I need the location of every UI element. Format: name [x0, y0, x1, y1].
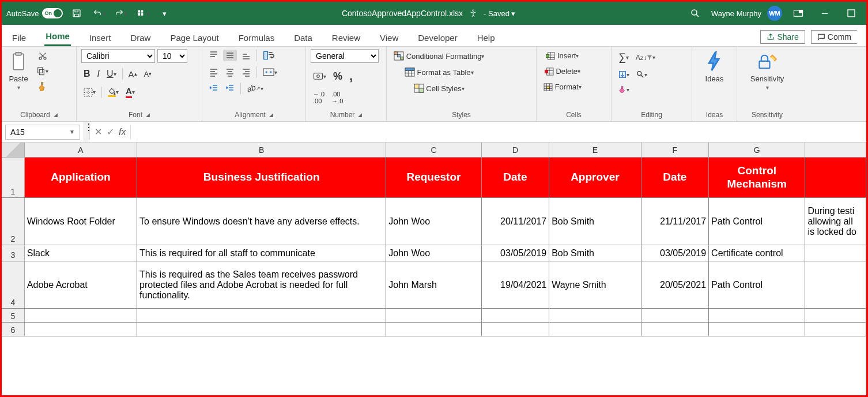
autosave-toggle[interactable]: AutoSave On	[6, 8, 63, 18]
minimize-button[interactable]: ─	[814, 5, 835, 21]
alignment-dialog-launcher[interactable]: ◢	[269, 112, 273, 118]
accessibility-icon[interactable]	[469, 9, 478, 18]
find-select-icon[interactable]	[634, 69, 650, 80]
header-date1[interactable]: Date	[482, 158, 550, 197]
format-painter-icon[interactable]	[34, 80, 51, 93]
ideas-button[interactable]: Ideas	[703, 49, 727, 84]
clear-icon[interactable]	[616, 84, 632, 95]
col-header-C[interactable]: C	[386, 143, 481, 157]
cell[interactable]	[137, 309, 386, 322]
fill-icon[interactable]	[616, 69, 632, 80]
header-date2[interactable]: Date	[641, 158, 710, 197]
tab-developer[interactable]: Developer	[417, 28, 458, 46]
undo-button[interactable]	[90, 5, 107, 21]
cell[interactable]: To ensure Windows doesn't have any adver…	[137, 198, 386, 245]
row-header-5[interactable]: 5	[2, 309, 25, 322]
col-header-B[interactable]: B	[137, 143, 386, 157]
col-header-A[interactable]: A	[25, 143, 137, 157]
tab-page-layout[interactable]: Page Layout	[169, 28, 220, 46]
save-icon[interactable]	[69, 5, 85, 21]
comma-icon[interactable]: ,	[347, 68, 355, 85]
number-format-selector[interactable]: General	[311, 49, 379, 63]
bold-button[interactable]: B	[81, 68, 93, 80]
wrap-text-icon[interactable]	[261, 49, 277, 62]
cell[interactable]	[805, 309, 866, 322]
number-dialog-launcher[interactable]: ◢	[358, 112, 362, 118]
sensitivity-button[interactable]: Sensitivity▾	[748, 49, 787, 92]
cell[interactable]: 03/05/2019	[482, 245, 550, 261]
cut-icon[interactable]	[34, 50, 51, 62]
name-box[interactable]: A15 ▼	[5, 125, 80, 140]
share-button[interactable]: Share	[760, 30, 805, 44]
decrease-font-icon[interactable]: A▾	[142, 69, 154, 80]
autosum-icon[interactable]: ∑	[616, 50, 631, 65]
header-requestor[interactable]: Requestor	[386, 158, 481, 197]
cell[interactable]	[25, 323, 137, 336]
cell[interactable]	[482, 323, 550, 336]
header-control[interactable]: Control Mechanism	[709, 158, 805, 197]
tab-formulas[interactable]: Formulas	[237, 28, 276, 46]
cell[interactable]: Certificate control	[709, 245, 805, 261]
orientation-icon[interactable]: ab↗	[244, 83, 266, 94]
cell[interactable]	[709, 323, 805, 336]
cell[interactable]	[25, 309, 137, 322]
align-center-icon[interactable]	[223, 66, 237, 78]
name-box-splitter[interactable]: ⋮	[84, 122, 89, 142]
align-left-icon[interactable]	[207, 66, 221, 78]
cell[interactable]: 20/05/2021	[641, 261, 710, 308]
delete-cells-button[interactable]: Delete	[541, 66, 584, 77]
merge-center-icon[interactable]	[261, 66, 280, 78]
cell[interactable]: Path Control	[709, 261, 805, 308]
formula-input[interactable]	[131, 125, 866, 140]
insert-cells-button[interactable]: Insert	[541, 50, 584, 61]
row-header-3[interactable]: 3	[2, 245, 25, 261]
fill-color-icon[interactable]	[105, 87, 121, 98]
cell[interactable]: 19/04/2021	[482, 261, 550, 308]
header-justification[interactable]: Business Justification	[137, 158, 386, 197]
tab-file[interactable]: File	[11, 28, 27, 46]
row-header-6[interactable]: 6	[2, 323, 25, 336]
header-approver[interactable]: Approver	[549, 158, 641, 197]
tab-draw[interactable]: Draw	[129, 28, 152, 46]
decrease-decimal-icon[interactable]: .00→.0	[329, 89, 345, 106]
row-header-4[interactable]: 4	[2, 261, 25, 308]
cell[interactable]: 20/11/2017	[482, 198, 550, 245]
cell[interactable]	[549, 323, 641, 336]
cell[interactable]: During testi allowing all is locked do	[805, 198, 866, 245]
cell-styles-button[interactable]: Cell Styles	[391, 83, 486, 94]
cell[interactable]	[386, 309, 481, 322]
copy-icon[interactable]	[34, 65, 51, 77]
font-dialog-launcher[interactable]: ◢	[146, 112, 150, 118]
cell[interactable]	[805, 261, 866, 308]
search-icon[interactable]	[685, 5, 705, 21]
paste-button[interactable]: Paste▾	[6, 49, 31, 92]
cell[interactable]	[641, 309, 710, 322]
header-extra[interactable]	[805, 158, 866, 197]
font-color-icon[interactable]: A	[123, 85, 137, 99]
cell[interactable]: Wayne Smith	[549, 261, 641, 308]
tab-insert[interactable]: Insert	[88, 28, 112, 46]
col-header-F[interactable]: F	[641, 143, 710, 157]
maximize-button[interactable]	[841, 5, 862, 21]
decrease-indent-icon[interactable]	[207, 83, 221, 94]
save-status[interactable]: - Saved ▾	[484, 9, 515, 18]
cell[interactable]	[709, 309, 805, 322]
cell[interactable]: Bob Smith	[549, 198, 641, 245]
cell[interactable]: This is required for all staff to commun…	[137, 245, 386, 261]
tab-data[interactable]: Data	[293, 28, 314, 46]
cell[interactable]	[805, 323, 866, 336]
percent-icon[interactable]: %	[331, 69, 345, 84]
redo-button[interactable]	[112, 5, 129, 21]
cell[interactable]: Bob Smith	[549, 245, 641, 261]
cell[interactable]: John Woo	[386, 198, 481, 245]
tab-home[interactable]: Home	[44, 27, 71, 46]
user-name[interactable]: Wayne Murphy	[711, 9, 761, 18]
cell[interactable]: 03/05/2019	[641, 245, 710, 261]
col-header-D[interactable]: D	[482, 143, 550, 157]
cell[interactable]	[549, 309, 641, 322]
clipboard-dialog-launcher[interactable]: ◢	[54, 112, 58, 118]
user-avatar[interactable]: WM	[767, 6, 782, 21]
enter-formula-icon[interactable]: ✓	[107, 126, 114, 137]
cell[interactable]	[137, 323, 386, 336]
increase-decimal-icon[interactable]: ←.0.00	[311, 89, 327, 106]
